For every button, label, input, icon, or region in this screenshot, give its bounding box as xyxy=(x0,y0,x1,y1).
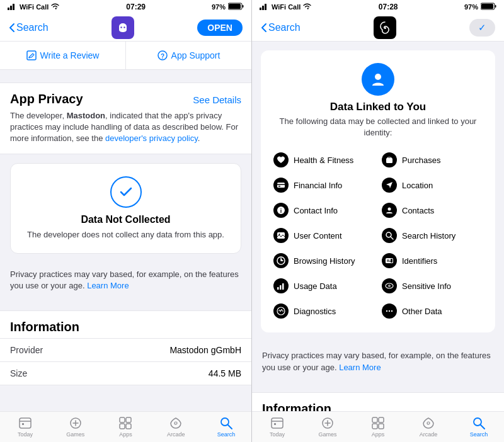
tab-bar-left: Today Games Apps Arcade xyxy=(0,411,251,442)
app-icon-mastodon xyxy=(112,16,134,39)
info-title-right: Information xyxy=(252,393,504,411)
privacy-note-left: Privacy practices may vary based, for ex… xyxy=(0,263,251,298)
svg-point-7 xyxy=(123,26,125,28)
svg-rect-60 xyxy=(379,417,384,422)
checkmark-icon xyxy=(110,176,142,208)
privacy-description: The developer, Mastodon, indicated that … xyxy=(10,110,241,145)
action-row: Write a Review ? App Support xyxy=(0,42,251,70)
svg-point-37 xyxy=(279,234,280,235)
status-bar-right: WiFi Call 07:28 97% xyxy=(252,0,504,14)
privacy-section: App Privacy See Details The developer, M… xyxy=(0,82,251,154)
svg-point-64 xyxy=(474,418,481,426)
privacy-item-financial: Financial Info xyxy=(270,173,378,198)
privacy-item-search-history: Search History xyxy=(378,223,486,248)
write-review-label: Write a Review xyxy=(40,50,100,60)
tab-arcade-right[interactable]: Arcade xyxy=(403,412,454,442)
right-screen: WiFi Call 07:28 97% xyxy=(252,0,504,442)
data-linked-subtitle: The following data may be collected and … xyxy=(270,116,486,139)
check-button[interactable]: ✓ xyxy=(469,19,495,37)
privacy-item-browsing-history: Browsing History xyxy=(270,248,378,273)
privacy-item-purchases: Purchases xyxy=(378,147,486,173)
tab-today-left[interactable]: Today xyxy=(0,412,50,442)
identifiers-icon xyxy=(382,253,397,268)
battery-icon-left xyxy=(228,3,244,11)
back-button-left[interactable]: Search xyxy=(9,22,49,33)
size-value: 44.5 MB xyxy=(209,368,241,378)
svg-rect-59 xyxy=(372,417,377,422)
svg-point-53 xyxy=(389,310,390,312)
browsing-history-icon xyxy=(273,253,289,268)
privacy-item-diagnostics: Diagnostics xyxy=(270,298,378,324)
svg-rect-44 xyxy=(391,259,392,263)
svg-rect-26 xyxy=(481,4,493,9)
size-label: Size xyxy=(10,368,27,378)
tab-search-left[interactable]: Search xyxy=(201,412,251,442)
tab-apps-right[interactable]: Apps xyxy=(353,412,403,442)
privacy-item-health: Health & Fitness xyxy=(270,147,378,173)
battery-pct-right: 97% xyxy=(464,3,478,11)
financial-icon xyxy=(273,178,289,193)
privacy-note-right: Privacy practices may vary based, for ex… xyxy=(252,344,504,379)
app-support-label: App Support xyxy=(171,50,220,60)
back-label-left: Search xyxy=(16,22,49,33)
learn-more-right[interactable]: Learn More xyxy=(339,363,381,372)
time-right: 07:28 xyxy=(379,3,398,11)
svg-point-6 xyxy=(120,26,122,28)
privacy-policy-link[interactable]: developer's privacy policy xyxy=(105,133,198,143)
privacy-item-user-content: User Content xyxy=(270,223,378,248)
svg-rect-13 xyxy=(22,423,24,425)
svg-rect-1 xyxy=(10,6,12,10)
svg-rect-11 xyxy=(20,418,31,428)
svg-rect-17 xyxy=(120,424,125,429)
svg-rect-27 xyxy=(495,5,496,8)
svg-line-21 xyxy=(228,425,232,429)
location-icon xyxy=(382,178,397,193)
svg-rect-18 xyxy=(126,424,131,429)
tab-bar-right: Today Games Apps Arcade xyxy=(252,411,504,442)
privacy-item-location: Location xyxy=(378,173,486,198)
write-review-button[interactable]: Write a Review xyxy=(0,42,126,69)
svg-text:i: i xyxy=(280,208,282,214)
info-section-right: Information Provider Instagram, Inc. xyxy=(252,392,504,411)
learn-more-left[interactable]: Learn More xyxy=(87,281,129,290)
wifi-icon-right xyxy=(302,3,312,11)
svg-point-28 xyxy=(375,74,381,80)
app-icon-threads xyxy=(374,16,396,39)
status-left: WiFi Call xyxy=(8,3,60,11)
provider-value: Mastodon gGmbH xyxy=(169,345,241,355)
svg-line-65 xyxy=(481,425,484,429)
svg-rect-61 xyxy=(372,424,377,429)
app-support-button[interactable]: ? App Support xyxy=(126,42,251,69)
svg-rect-30 xyxy=(277,183,285,188)
svg-rect-22 xyxy=(260,8,261,10)
svg-point-50 xyxy=(389,286,390,287)
tab-games-right[interactable]: Games xyxy=(302,412,353,442)
back-button-right[interactable]: Search xyxy=(261,22,301,33)
user-content-icon xyxy=(273,228,289,243)
status-bar-left: WiFi Call 07:29 97% xyxy=(0,0,251,14)
svg-rect-23 xyxy=(262,6,264,10)
tab-today-right[interactable]: Today xyxy=(252,412,302,442)
svg-point-63 xyxy=(427,422,430,424)
tab-search-right[interactable]: Search xyxy=(454,412,504,442)
see-details-link[interactable]: See Details xyxy=(193,94,241,105)
contacts-icon xyxy=(382,203,397,218)
time-left: 07:29 xyxy=(126,3,146,11)
svg-rect-2 xyxy=(13,4,14,10)
tab-apps-left[interactable]: Apps xyxy=(101,412,151,442)
svg-rect-0 xyxy=(8,8,9,10)
tab-games-left[interactable]: Games xyxy=(50,412,101,442)
svg-rect-5 xyxy=(243,5,244,8)
open-button[interactable]: OPEN xyxy=(197,20,243,36)
usage-data-icon xyxy=(273,278,289,293)
tab-arcade-left[interactable]: Arcade xyxy=(151,412,201,442)
info-row-provider: Provider Mastodon gGmbH xyxy=(0,338,251,361)
privacy-grid: Health & Fitness Purchases xyxy=(270,147,486,324)
left-screen: WiFi Call 07:29 97% xyxy=(0,0,252,442)
svg-point-35 xyxy=(388,208,391,211)
info-row-size: Size 44.5 MB xyxy=(0,361,251,385)
svg-rect-62 xyxy=(379,424,384,429)
privacy-title: App Privacy xyxy=(10,92,83,106)
svg-rect-32 xyxy=(278,186,280,187)
battery-pct-left: 97% xyxy=(212,3,226,11)
